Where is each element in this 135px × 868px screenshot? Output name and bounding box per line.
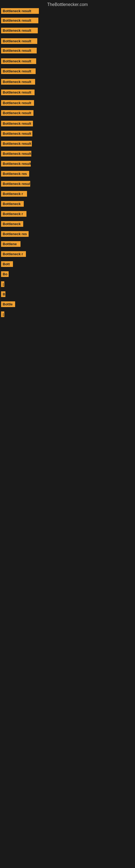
bottleneck-item: Bottleneck res	[1, 171, 135, 178]
bottleneck-item: Bottleneck result	[1, 79, 135, 86]
bottleneck-label: Bottleneck result	[1, 48, 37, 54]
bottleneck-item: Bottleneck result	[1, 58, 135, 65]
bottleneck-label: |	[1, 311, 4, 317]
bottleneck-label: Bottleneck result	[1, 68, 36, 74]
bottleneck-item: Bottleneck result	[1, 28, 135, 34]
bottleneck-item: Bottleneck result	[1, 18, 135, 24]
bottleneck-label: Bottleneck result	[1, 100, 34, 106]
bottleneck-item: Bottleneck	[1, 221, 135, 228]
bottleneck-label: Bottleneck result	[1, 8, 39, 14]
bottleneck-item: Bottleneck result	[1, 141, 135, 148]
bottleneck-label: Bottleneck result	[1, 18, 38, 23]
bottleneck-label: Bottleneck r	[1, 251, 26, 257]
bottleneck-label: Bottleneck result	[1, 121, 33, 126]
bottleneck-label: Bottleneck result	[1, 110, 34, 116]
bottleneck-label: Bottleneck result	[1, 28, 38, 33]
bottleneck-label: Bottleneck result	[1, 141, 32, 147]
bottleneck-item: Bottleneck r	[1, 211, 135, 218]
bottleneck-item: Bottleneck result	[1, 110, 135, 117]
bottleneck-label: |	[1, 281, 4, 287]
bottleneck-item: Bottleneck result	[1, 121, 135, 127]
bottleneck-item: B	[1, 291, 135, 298]
bottleneck-item: Bottleneck result	[1, 38, 135, 45]
bottleneck-label: Bo	[1, 271, 9, 277]
bottleneck-label: Bottleneck r	[1, 211, 27, 217]
bottleneck-label: Bottleneck result	[1, 38, 37, 44]
bottleneck-label: Bottleneck result	[1, 161, 31, 166]
bottleneck-label: Bottleneck result	[1, 131, 32, 136]
bottleneck-label: Bottleneck	[1, 201, 24, 207]
bottleneck-label: Bottleneck res	[1, 231, 29, 237]
bottleneck-label: Bottleneck result	[1, 58, 36, 64]
bottleneck-label: Bottleneck r	[1, 191, 27, 197]
bottleneck-item: Bottlene	[1, 241, 135, 248]
bottleneck-item: |	[1, 311, 135, 318]
bottleneck-item: Bottleneck result	[1, 100, 135, 107]
bottleneck-label: Bottleneck res	[1, 171, 29, 177]
site-title: TheBottlenecker.com	[0, 0, 135, 8]
bottleneck-label: Bottleneck result	[1, 181, 30, 187]
bottleneck-item: Bottleneck result	[1, 161, 135, 167]
bottleneck-label: Bottleneck result	[1, 90, 35, 95]
bottleneck-label: Bottle	[1, 301, 15, 307]
bottleneck-label: Bottleneck	[1, 221, 23, 227]
bottleneck-item: Bottleneck r	[1, 191, 135, 198]
bottleneck-item: Bottleneck result	[1, 151, 135, 158]
bottleneck-item: Bo	[1, 271, 135, 278]
bottleneck-label: Bottleneck result	[1, 151, 31, 156]
bottleneck-label: B	[1, 291, 5, 297]
bottleneck-label: Bott	[1, 261, 13, 267]
bottleneck-item: Bottleneck result	[1, 90, 135, 96]
bottleneck-item: Bottleneck res	[1, 231, 135, 238]
bottleneck-item: Bottleneck result	[1, 48, 135, 55]
bottleneck-item: |	[1, 281, 135, 288]
bottleneck-item: Bottleneck result	[1, 131, 135, 137]
bottleneck-item: Bott	[1, 261, 135, 268]
bottleneck-item: Bottleneck result	[1, 68, 135, 75]
bottleneck-label: Bottleneck result	[1, 79, 35, 85]
bottleneck-item: Bottleneck result	[1, 181, 135, 188]
bottleneck-item: Bottle	[1, 301, 135, 308]
bottleneck-item: Bottleneck	[1, 201, 135, 208]
bottleneck-item: Bottleneck r	[1, 251, 135, 258]
bottleneck-item: Bottleneck result	[1, 8, 135, 15]
bottleneck-label: Bottlene	[1, 241, 20, 247]
